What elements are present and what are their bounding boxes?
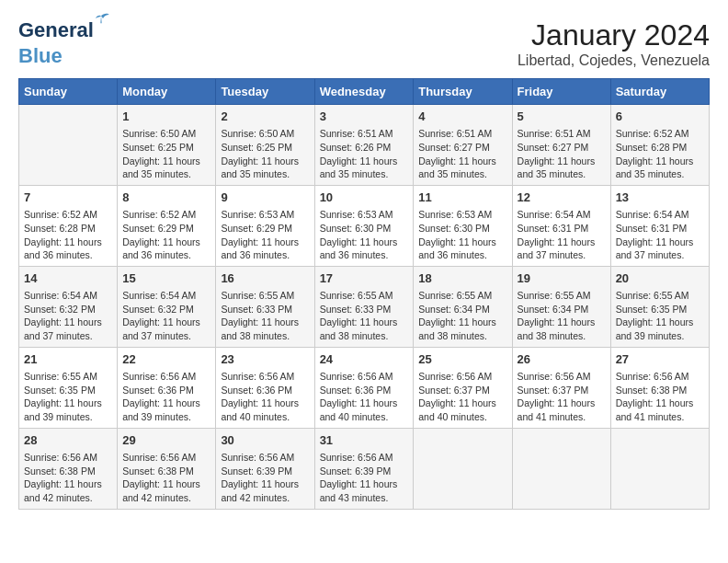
daylight-text: Daylight: 11 hours and 35 minutes. (122, 155, 210, 181)
day-number: 10 (320, 190, 409, 206)
daylight-text: Daylight: 11 hours and 35 minutes. (320, 155, 409, 181)
daylight-text: Daylight: 11 hours and 36 minutes. (122, 236, 210, 262)
sunset-text: Sunset: 6:29 PM (122, 222, 210, 236)
day-number: 26 (518, 351, 606, 368)
sunrise-text: Sunrise: 6:52 AM (24, 208, 112, 222)
sunset-text: Sunset: 6:30 PM (418, 222, 506, 236)
sunset-text: Sunset: 6:34 PM (518, 303, 606, 316)
calendar-cell: 8Sunrise: 6:52 AMSunset: 6:29 PMDaylight… (118, 185, 216, 266)
calendar-cell: 6Sunrise: 6:52 AMSunset: 6:28 PMDaylight… (610, 105, 709, 186)
calendar-cell: 22Sunrise: 6:56 AMSunset: 6:36 PMDayligh… (118, 347, 216, 428)
day-number: 23 (221, 351, 309, 368)
calendar-cell: 1Sunrise: 6:50 AMSunset: 6:25 PMDaylight… (118, 105, 216, 186)
day-info: Sunrise: 6:53 AMSunset: 6:29 PMDaylight:… (221, 208, 309, 262)
sunset-text: Sunset: 6:36 PM (122, 384, 210, 397)
sunrise-text: Sunrise: 6:55 AM (24, 370, 112, 384)
sunset-text: Sunset: 6:37 PM (518, 384, 606, 397)
sunrise-text: Sunrise: 6:53 AM (221, 208, 309, 222)
day-info: Sunrise: 6:55 AMSunset: 6:33 PMDaylight:… (320, 289, 409, 343)
calendar-header-wednesday: Wednesday (314, 79, 414, 105)
sunrise-text: Sunrise: 6:56 AM (221, 451, 309, 465)
calendar-header-saturday: Saturday (610, 79, 709, 105)
calendar-cell: 27Sunrise: 6:56 AMSunset: 6:38 PMDayligh… (610, 347, 709, 428)
logo-general: General (18, 18, 94, 41)
sunrise-text: Sunrise: 6:51 AM (320, 127, 409, 141)
daylight-text: Daylight: 11 hours and 37 minutes. (518, 236, 606, 262)
sunset-text: Sunset: 6:35 PM (616, 303, 704, 316)
day-info: Sunrise: 6:55 AMSunset: 6:34 PMDaylight:… (518, 289, 606, 343)
day-info: Sunrise: 6:56 AMSunset: 6:36 PMDaylight:… (221, 370, 309, 424)
calendar-cell: 2Sunrise: 6:50 AMSunset: 6:25 PMDaylight… (216, 105, 314, 186)
sunrise-text: Sunrise: 6:56 AM (320, 370, 409, 384)
day-number: 8 (122, 190, 210, 206)
calendar-cell: 23Sunrise: 6:56 AMSunset: 6:36 PMDayligh… (216, 347, 314, 428)
calendar-cell: 13Sunrise: 6:54 AMSunset: 6:31 PMDayligh… (610, 185, 709, 266)
sunrise-text: Sunrise: 6:52 AM (122, 208, 210, 222)
daylight-text: Daylight: 11 hours and 42 minutes. (221, 477, 309, 504)
daylight-text: Daylight: 11 hours and 38 minutes. (518, 316, 606, 342)
calendar-cell: 15Sunrise: 6:54 AMSunset: 6:32 PMDayligh… (118, 266, 216, 347)
sunset-text: Sunset: 6:36 PM (320, 384, 409, 397)
sunset-text: Sunset: 6:38 PM (616, 384, 704, 397)
sunrise-text: Sunrise: 6:52 AM (616, 127, 704, 141)
day-info: Sunrise: 6:52 AMSunset: 6:28 PMDaylight:… (24, 208, 112, 262)
daylight-text: Daylight: 11 hours and 37 minutes. (24, 316, 112, 342)
daylight-text: Daylight: 11 hours and 41 minutes. (616, 396, 704, 423)
daylight-text: Daylight: 11 hours and 35 minutes. (418, 155, 506, 181)
sunrise-text: Sunrise: 6:55 AM (221, 289, 309, 303)
sunset-text: Sunset: 6:34 PM (418, 303, 506, 316)
calendar-cell: 31Sunrise: 6:56 AMSunset: 6:39 PMDayligh… (314, 428, 414, 509)
sunset-text: Sunset: 6:31 PM (518, 222, 606, 236)
daylight-text: Daylight: 11 hours and 40 minutes. (221, 396, 309, 423)
day-info: Sunrise: 6:53 AMSunset: 6:30 PMDaylight:… (418, 208, 506, 262)
day-info: Sunrise: 6:56 AMSunset: 6:38 PMDaylight:… (24, 451, 112, 505)
day-number: 4 (418, 109, 506, 125)
day-info: Sunrise: 6:55 AMSunset: 6:35 PMDaylight:… (616, 289, 704, 343)
calendar-cell: 5Sunrise: 6:51 AMSunset: 6:27 PMDaylight… (512, 105, 610, 186)
day-info: Sunrise: 6:56 AMSunset: 6:39 PMDaylight:… (320, 451, 409, 505)
sunset-text: Sunset: 6:25 PM (221, 141, 309, 155)
logo-bird-icon (92, 11, 110, 29)
sunset-text: Sunset: 6:33 PM (320, 303, 409, 316)
sunset-text: Sunset: 6:35 PM (24, 384, 112, 397)
sunrise-text: Sunrise: 6:56 AM (122, 451, 210, 465)
calendar-cell: 30Sunrise: 6:56 AMSunset: 6:39 PMDayligh… (216, 428, 314, 509)
sunrise-text: Sunrise: 6:56 AM (616, 370, 704, 384)
day-number: 6 (616, 109, 704, 125)
calendar-cell: 12Sunrise: 6:54 AMSunset: 6:31 PMDayligh… (512, 185, 610, 266)
sunrise-text: Sunrise: 6:55 AM (616, 289, 704, 303)
day-info: Sunrise: 6:54 AMSunset: 6:32 PMDaylight:… (122, 289, 210, 343)
day-number: 2 (221, 109, 309, 125)
calendar-week-row: 1Sunrise: 6:50 AMSunset: 6:25 PMDaylight… (19, 105, 710, 186)
day-number: 25 (418, 351, 506, 368)
page-subtitle: Libertad, Cojedes, Venezuela (518, 52, 710, 69)
sunrise-text: Sunrise: 6:55 AM (518, 289, 606, 303)
calendar-table: SundayMondayTuesdayWednesdayThursdayFrid… (18, 78, 710, 510)
sunset-text: Sunset: 6:39 PM (320, 465, 409, 478)
day-info: Sunrise: 6:50 AMSunset: 6:25 PMDaylight:… (122, 127, 210, 181)
sunset-text: Sunset: 6:28 PM (616, 141, 704, 155)
day-number: 3 (320, 109, 409, 125)
day-info: Sunrise: 6:56 AMSunset: 6:36 PMDaylight:… (122, 370, 210, 424)
sunset-text: Sunset: 6:32 PM (24, 303, 112, 316)
daylight-text: Daylight: 11 hours and 35 minutes. (221, 155, 309, 181)
sunrise-text: Sunrise: 6:54 AM (518, 208, 606, 222)
sunrise-text: Sunrise: 6:50 AM (122, 127, 210, 141)
page-header: General Blue January 2024 Libertad, Coje… (18, 18, 710, 69)
sunrise-text: Sunrise: 6:53 AM (320, 208, 409, 222)
day-info: Sunrise: 6:54 AMSunset: 6:32 PMDaylight:… (24, 289, 112, 343)
day-info: Sunrise: 6:53 AMSunset: 6:30 PMDaylight:… (320, 208, 409, 262)
day-number: 29 (122, 432, 210, 449)
day-info: Sunrise: 6:55 AMSunset: 6:34 PMDaylight:… (418, 289, 506, 343)
calendar-cell: 26Sunrise: 6:56 AMSunset: 6:37 PMDayligh… (512, 347, 610, 428)
sunset-text: Sunset: 6:27 PM (518, 141, 606, 155)
calendar-week-row: 7Sunrise: 6:52 AMSunset: 6:28 PMDaylight… (19, 185, 710, 266)
calendar-week-row: 21Sunrise: 6:55 AMSunset: 6:35 PMDayligh… (19, 347, 710, 428)
daylight-text: Daylight: 11 hours and 37 minutes. (122, 316, 210, 342)
day-info: Sunrise: 6:50 AMSunset: 6:25 PMDaylight:… (221, 127, 309, 181)
sunrise-text: Sunrise: 6:55 AM (418, 289, 506, 303)
day-info: Sunrise: 6:56 AMSunset: 6:38 PMDaylight:… (616, 370, 704, 424)
sunrise-text: Sunrise: 6:50 AM (221, 127, 309, 141)
day-number: 30 (221, 432, 309, 449)
calendar-week-row: 14Sunrise: 6:54 AMSunset: 6:32 PMDayligh… (19, 266, 710, 347)
